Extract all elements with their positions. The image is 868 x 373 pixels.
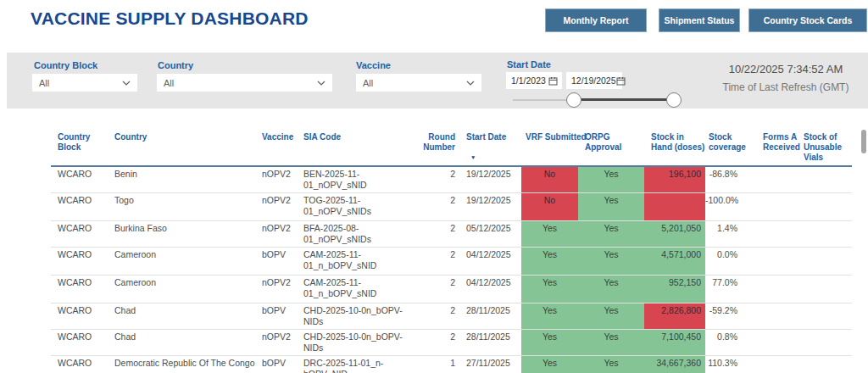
start-date-to-value: 12/19/2025 xyxy=(571,75,616,86)
cell-round-number: 2 xyxy=(417,330,460,355)
vaccine-dropdown-value: All xyxy=(363,78,373,88)
column-header-stock-in-hand[interactable]: Stock in Hand (doses) xyxy=(644,127,705,165)
cell-vaccine: bOPV xyxy=(255,303,297,329)
cell-sia-code: CHD-2025-10-0n_bOPV-NIDs xyxy=(297,303,417,329)
column-header-vrf-submitted[interactable]: VRF Submitted xyxy=(521,127,578,165)
supply-table: Country Block Country Vaccine SIA Code R… xyxy=(51,127,852,373)
cell-sia-code: BEN-2025-11-01_nOPV_sNID xyxy=(297,167,417,192)
cell-stock-unusable xyxy=(799,193,852,220)
cell-orpg-approval: Yes xyxy=(578,330,644,355)
date-slider-selected-range[interactable] xyxy=(574,98,674,101)
table-row: WCAROChadbOPVCHD-2025-10-0n_bOPV-NIDs228… xyxy=(51,303,852,330)
table-body: WCAROBeninnOPV2BEN-2025-11-01_nOPV_sNID2… xyxy=(51,167,852,373)
table-header-row: Country Block Country Vaccine SIA Code R… xyxy=(51,127,852,167)
monthly-report-button[interactable]: Monthly Report xyxy=(545,8,647,32)
column-header-start-date[interactable]: Start Date ▼ xyxy=(460,127,521,165)
cell-round-number: 2 xyxy=(417,248,460,275)
column-header-start-date-label: Start Date xyxy=(466,132,506,142)
cell-country-block: WCARO xyxy=(51,330,108,355)
last-refresh-block: 10/22/2025 7:34:52 AM Time of Last Refre… xyxy=(714,63,858,93)
date-slider-handle-start[interactable] xyxy=(566,92,581,108)
cell-start-date: 05/12/2025 xyxy=(460,221,521,247)
country-stock-cards-button[interactable]: Country Stock Cards xyxy=(748,8,867,32)
cell-stock-in-hand: 2,826,800 xyxy=(644,303,705,329)
cell-orpg-approval: Yes xyxy=(578,276,644,303)
shipment-status-button[interactable]: Shipment Status xyxy=(659,8,740,32)
cell-vaccine: nOPV2 xyxy=(255,276,297,303)
start-date-from-value: 1/1/2023 xyxy=(511,75,546,86)
cell-forms-a-received xyxy=(746,248,799,275)
column-header-round-number[interactable]: Round Number xyxy=(417,127,460,165)
cell-country: Cameroon xyxy=(108,248,255,275)
cell-forms-a-received xyxy=(746,193,799,220)
column-header-sia-code[interactable]: SIA Code xyxy=(297,127,417,165)
column-header-orpg-approval[interactable]: ORPG Approval xyxy=(578,127,644,165)
cell-sia-code: TOG-2025-11- 01_nOPV_sNIDs xyxy=(297,193,417,220)
cell-stock-unusable xyxy=(799,167,852,192)
column-header-stock-unusable-vials[interactable]: Stock of Unusable Vials xyxy=(799,127,852,165)
cell-stock-unusable xyxy=(799,356,852,373)
cell-country-block: WCARO xyxy=(51,248,108,275)
cell-vrf-submitted: No xyxy=(521,167,578,192)
country-dropdown[interactable]: All xyxy=(157,74,332,92)
table-row: WCAROBurkina FasonOPV2BFA-2025-08-01_nOP… xyxy=(51,221,852,248)
cell-vrf-submitted: No xyxy=(521,193,578,220)
cell-stock-unusable xyxy=(799,221,852,247)
cell-stock-unusable xyxy=(799,303,852,329)
cell-country: Cameroon xyxy=(108,276,255,303)
country-block-dropdown[interactable]: All xyxy=(32,74,137,92)
cell-orpg-approval: Yes xyxy=(578,221,644,247)
table-row: WCAROTogonOPV2TOG-2025-11- 01_nOPV_sNIDs… xyxy=(51,193,852,221)
last-refresh-time: 10/22/2025 7:34:52 AM xyxy=(714,63,858,75)
cell-stock-in-hand: 5,201,050 xyxy=(644,221,705,247)
cell-stock-in-hand: 952,150 xyxy=(644,276,705,303)
start-date-to-input[interactable]: 12/19/2025 xyxy=(566,72,622,89)
cell-forms-a-received xyxy=(746,330,799,355)
cell-stock-coverage: 0.0% xyxy=(705,248,746,275)
vertical-scrollbar-thumb[interactable] xyxy=(861,130,866,153)
cell-round-number: 1 xyxy=(417,356,460,373)
page-title: VACCINE SUPPLY DASHBOARD xyxy=(31,8,309,29)
cell-orpg-approval: Yes xyxy=(578,167,644,192)
cell-vaccine: nOPV2 xyxy=(255,193,297,220)
cell-stock-in-hand: 4,571,000 xyxy=(644,248,705,275)
cell-sia-code: CHD-2025-10-0n_bOPV-NIDs xyxy=(297,330,417,355)
cell-round-number: 2 xyxy=(417,193,460,220)
chevron-down-icon xyxy=(122,81,131,86)
cell-stock-coverage: -59.2% xyxy=(705,303,746,329)
cell-forms-a-received xyxy=(746,167,799,192)
cell-vaccine: bOPV xyxy=(255,248,297,275)
start-date-filter-label: Start Date xyxy=(507,59,551,70)
column-header-vaccine[interactable]: Vaccine xyxy=(255,127,297,165)
cell-stock-coverage: 1.4% xyxy=(705,221,746,247)
vaccine-filter-label: Vaccine xyxy=(356,60,391,70)
cell-start-date: 04/12/2025 xyxy=(460,248,521,275)
table-row: WCAROCameroonbOPVCAM-2025-11- 01_n_bOPV_… xyxy=(51,248,852,276)
cell-orpg-approval: Yes xyxy=(578,356,644,373)
column-header-country-block[interactable]: Country Block xyxy=(51,127,108,165)
column-header-stock-coverage[interactable]: Stock coverage xyxy=(705,127,746,165)
cell-orpg-approval: Yes xyxy=(578,303,644,329)
vaccine-dropdown[interactable]: All xyxy=(356,74,481,92)
country-block-dropdown-value: All xyxy=(39,78,49,88)
column-header-forms-a-received[interactable]: Forms A Received xyxy=(746,127,799,165)
cell-country-block: WCARO xyxy=(51,167,108,192)
cell-vrf-submitted: Yes xyxy=(521,303,578,329)
cell-stock-coverage: 110.3% xyxy=(705,356,746,373)
cell-orpg-approval: Yes xyxy=(578,248,644,275)
cell-stock-coverage: -86.8% xyxy=(705,167,746,192)
cell-start-date: 27/11/2025 xyxy=(460,356,521,373)
cell-country-block: WCARO xyxy=(51,193,108,220)
cell-forms-a-received xyxy=(746,221,799,247)
start-date-from-input[interactable]: 1/1/2023 xyxy=(506,72,562,89)
cell-country: Democratic Republic Of The Congo xyxy=(108,356,255,373)
cell-stock-in-hand: 7,100,450 xyxy=(644,330,705,355)
cell-sia-code: CAM-2025-11- 01_n_bOPV_sNID xyxy=(297,248,417,275)
calendar-icon xyxy=(548,76,558,86)
country-dropdown-value: All xyxy=(164,78,174,88)
date-slider-handle-end[interactable] xyxy=(666,92,682,108)
cell-stock-in-hand: 196,100 xyxy=(644,167,705,192)
column-header-country[interactable]: Country xyxy=(108,127,255,165)
cell-round-number: 2 xyxy=(417,276,460,303)
last-refresh-caption: Time of Last Refresh (GMT) xyxy=(714,81,858,93)
